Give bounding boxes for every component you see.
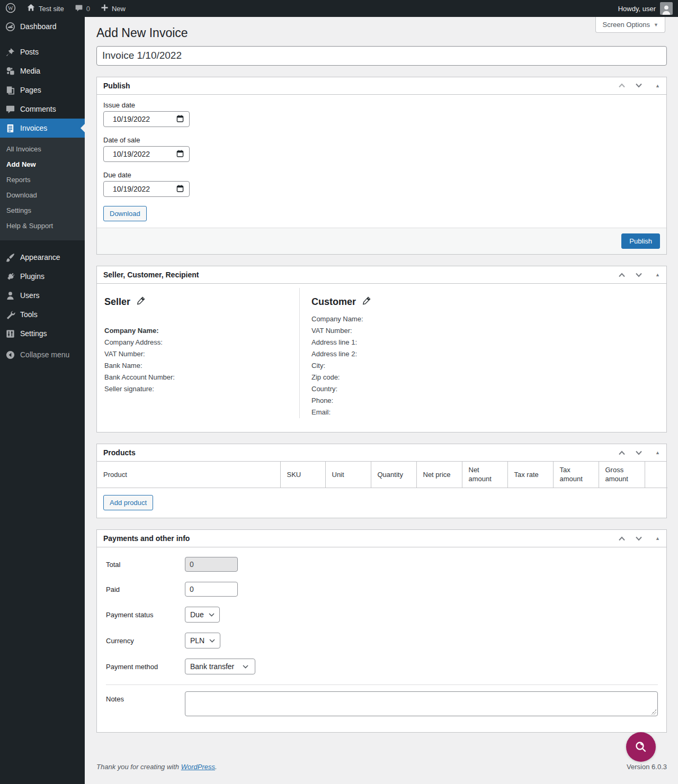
customer-field: Zip code: (311, 372, 659, 383)
calendar-icon (176, 149, 184, 159)
magnifier-icon (633, 739, 649, 755)
metabox-controls: ▲ (617, 536, 660, 542)
wordpress-link[interactable]: WordPress (181, 763, 215, 771)
screen-options-button[interactable]: Screen Options ▼ (595, 17, 665, 33)
move-up-button[interactable] (617, 272, 627, 278)
toggle-panel-icon[interactable]: ▲ (655, 272, 660, 277)
sidebar-item-settings[interactable]: Settings (0, 324, 85, 343)
new-content-link[interactable]: New (95, 0, 131, 17)
footer-version: Version 6.0.3 (627, 763, 667, 771)
toggle-panel-icon[interactable]: ▲ (655, 450, 660, 455)
sidebar-item-plugins[interactable]: Plugins (0, 267, 85, 286)
screen-options-label: Screen Options (602, 21, 650, 29)
download-button[interactable]: Download (103, 206, 147, 221)
collapse-menu-label: Collapse menu (20, 350, 69, 359)
payments-metabox-header[interactable]: Payments and other info ▲ (97, 530, 666, 547)
submenu-reports[interactable]: Reports (0, 172, 85, 187)
paid-row: Paid (106, 582, 658, 597)
sidebar-item-invoices[interactable]: Invoices (0, 119, 85, 138)
toggle-panel-icon[interactable]: ▲ (655, 83, 660, 88)
payment-method-row: Payment method Bank transfer (106, 659, 658, 674)
parties-metabox-header[interactable]: Seller, Customer, Recipient ▲ (97, 266, 666, 284)
move-up-button[interactable] (617, 83, 627, 88)
payment-method-label: Payment method (106, 663, 185, 671)
move-down-button[interactable] (634, 450, 644, 456)
howdy-user-link[interactable]: Howdy, user (618, 5, 656, 13)
move-down-button[interactable] (634, 272, 644, 278)
resize-handle[interactable] (651, 709, 656, 715)
customer-field: Email: (311, 407, 659, 418)
publish-button[interactable]: Publish (621, 233, 660, 249)
sidebar-item-label: Pages (20, 86, 41, 94)
move-down-button[interactable] (634, 83, 644, 88)
due-date-label: Due date (103, 171, 660, 179)
currency-select[interactable]: PLN (185, 633, 220, 648)
toggle-panel-icon[interactable]: ▲ (655, 536, 660, 541)
sidebar-item-label: Appearance (20, 253, 60, 262)
submenu-settings[interactable]: Settings (0, 203, 85, 218)
move-up-button[interactable] (617, 450, 627, 456)
date-of-sale-field: Date of sale 10/19/2022 (103, 136, 660, 162)
issue-date-input[interactable]: 10/19/2022 (103, 111, 190, 127)
date-of-sale-input[interactable]: 10/19/2022 (103, 146, 190, 162)
sidebar-item-posts[interactable]: Posts (0, 42, 85, 61)
submenu-all-invoices[interactable]: All Invoices (0, 141, 85, 157)
collapse-menu-button[interactable]: Collapse menu (0, 345, 85, 364)
submenu-help-support[interactable]: Help & Support (0, 218, 85, 233)
comments-bubble-link[interactable]: 0 (69, 0, 95, 17)
notes-label: Notes (106, 691, 185, 703)
user-avatar[interactable] (660, 2, 673, 15)
paid-input[interactable] (185, 582, 238, 597)
sidebar-item-users[interactable]: Users (0, 286, 85, 305)
edit-pencil-icon[interactable] (362, 296, 371, 308)
invoice-document-icon (5, 123, 15, 133)
add-product-button[interactable]: Add product (103, 495, 153, 510)
selected-value: PLN (190, 636, 204, 645)
payments-metabox-body: Total Paid Payment status Due Currency (97, 547, 666, 732)
admin-sidebar: Dashboard Posts Media Pages Comments (0, 17, 85, 784)
svg-text:W: W (8, 5, 13, 11)
seller-field: Company Name: (104, 325, 292, 337)
move-up-button[interactable] (617, 536, 627, 542)
products-metabox: Products ▲ Produ (96, 444, 667, 518)
sidebar-item-dashboard[interactable]: Dashboard (0, 17, 85, 36)
notes-textarea[interactable] (185, 691, 658, 716)
date-value: 10/19/2022 (113, 150, 172, 158)
sidebar-item-media[interactable]: Media (0, 61, 85, 80)
section-divider (106, 684, 658, 685)
sidebar-item-label: Settings (20, 329, 47, 338)
wordpress-logo-menu[interactable]: W (0, 0, 21, 17)
payment-status-select[interactable]: Due (185, 607, 220, 623)
publish-metabox-header[interactable]: Publish ▲ (97, 77, 666, 95)
edit-pencil-icon[interactable] (137, 296, 145, 308)
payment-method-select[interactable]: Bank transfer (185, 659, 255, 674)
wordpress-logo-icon: W (5, 3, 16, 15)
metabox-title: Products (103, 448, 136, 457)
sidebar-item-label: Media (20, 67, 40, 75)
comments-count: 0 (86, 5, 90, 13)
chevron-down-icon (209, 639, 215, 643)
submenu-add-new[interactable]: Add New (0, 157, 85, 172)
seller-column: Seller Company Name: Company Address: VA… (97, 288, 300, 418)
notes-row: Notes (106, 691, 658, 716)
sidebar-item-comments[interactable]: Comments (0, 100, 85, 119)
sidebar-item-label: Plugins (20, 272, 44, 281)
metabox-title: Publish (103, 81, 130, 91)
move-down-button[interactable] (634, 536, 644, 542)
due-date-input[interactable]: 10/19/2022 (103, 181, 190, 197)
site-name-link[interactable]: Test site (21, 0, 69, 17)
products-metabox-header[interactable]: Products ▲ (97, 444, 666, 462)
customer-field: VAT Number: (311, 325, 659, 337)
sidebar-item-tools[interactable]: Tools (0, 305, 85, 324)
footer-thanks-text: Thank you for creating with (96, 763, 181, 771)
floating-search-button[interactable] (626, 732, 656, 762)
sidebar-item-label: Invoices (20, 124, 47, 132)
invoices-submenu: All Invoices Add New Reports Download Se… (0, 138, 85, 240)
sidebar-item-pages[interactable]: Pages (0, 80, 85, 100)
customer-column: Customer Company Name: VAT Number: Addre… (300, 288, 666, 418)
seller-field: Bank Account Number: (104, 372, 292, 383)
submenu-download[interactable]: Download (0, 187, 85, 203)
invoice-title-input[interactable] (96, 46, 667, 66)
sidebar-item-appearance[interactable]: Appearance (0, 248, 85, 267)
date-of-sale-label: Date of sale (103, 136, 660, 144)
